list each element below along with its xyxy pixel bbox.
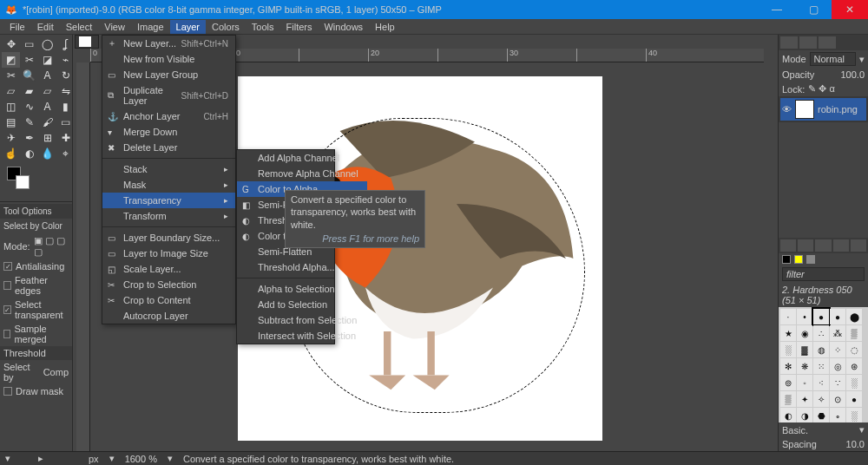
foreground-tool-icon[interactable]: ◪ bbox=[38, 52, 56, 68]
menu-filters[interactable]: Filters bbox=[280, 20, 319, 34]
menu-item[interactable]: Remove Alpha Channel bbox=[237, 166, 367, 181]
bycolor-tool-icon[interactable]: ◩ bbox=[2, 52, 20, 68]
menu-item[interactable]: Intersect with Selection bbox=[237, 328, 367, 344]
move-tool-icon[interactable]: ✥ bbox=[2, 36, 20, 52]
menu-item[interactable]: Transparency▸ bbox=[102, 193, 235, 208]
lock-icons[interactable]: ✎ ✥ α bbox=[808, 83, 834, 95]
opacity-value[interactable]: 100.0 bbox=[840, 69, 865, 80]
menu-colors[interactable]: Colors bbox=[206, 20, 246, 34]
dock-tabs-mid[interactable] bbox=[779, 238, 868, 253]
menu-view[interactable]: View bbox=[98, 20, 131, 34]
menu-item[interactable]: ✂Crop to Content bbox=[102, 292, 235, 308]
menu-item[interactable]: New from Visible bbox=[102, 51, 235, 67]
menu-item[interactable]: Mask▸ bbox=[102, 177, 235, 193]
brush-tool-icon[interactable]: 🖌 bbox=[38, 115, 56, 130]
unit-select[interactable]: px bbox=[89, 454, 99, 464]
cage-tool-icon[interactable]: ◫ bbox=[2, 99, 20, 115]
menu-edit[interactable]: Edit bbox=[31, 20, 60, 34]
airbrush-tool-icon[interactable]: ✈ bbox=[2, 130, 20, 146]
minimize-button[interactable]: — bbox=[759, 0, 795, 19]
brush-preset-label[interactable]: Basic. bbox=[782, 425, 808, 436]
layer-menu[interactable]: ＋New Layer...Shift+Ctrl+NNew from Visibl… bbox=[102, 35, 236, 324]
merged-row[interactable]: Sample merged bbox=[0, 322, 72, 346]
drawmask-row[interactable]: Draw mask bbox=[0, 384, 72, 398]
eye-icon[interactable]: 👁 bbox=[782, 104, 792, 115]
heal-tool-icon[interactable]: ✚ bbox=[56, 130, 75, 146]
menu-image[interactable]: Image bbox=[131, 20, 170, 34]
image-tab[interactable] bbox=[75, 35, 99, 49]
menu-tools[interactable]: Tools bbox=[246, 20, 280, 34]
pencil-tool-icon[interactable]: ✎ bbox=[20, 115, 38, 130]
menu-item[interactable]: ▭New Layer Group bbox=[102, 67, 235, 82]
menu-item[interactable]: Stack▸ bbox=[102, 161, 235, 177]
rect-select-tool-icon[interactable]: ▭ bbox=[20, 36, 38, 52]
lasso-tool-icon[interactable]: ʆ bbox=[56, 36, 75, 52]
menu-item[interactable]: ✖Delete Layer bbox=[102, 140, 235, 155]
status-caret-icon[interactable]: ▾ bbox=[5, 453, 10, 464]
mode-select[interactable]: Normal bbox=[810, 52, 856, 66]
gradient-tool-icon[interactable]: ▤ bbox=[2, 115, 20, 130]
antialiasing-row[interactable]: ✓Antialiasing bbox=[0, 259, 72, 273]
right-dock: ModeNormal▾ Opacity100.0 Lock:✎ ✥ α 👁 ro… bbox=[778, 35, 868, 451]
crop-tool-icon[interactable]: ✂ bbox=[2, 68, 20, 83]
menu-item[interactable]: Add to Selection bbox=[237, 297, 367, 312]
flip-tool-icon[interactable]: ⇋ bbox=[56, 83, 75, 99]
eraser-tool-icon[interactable]: ▭ bbox=[56, 115, 75, 130]
color-picker-icon[interactable]: ⌖ bbox=[56, 146, 75, 161]
menu-help[interactable]: Help bbox=[369, 20, 401, 34]
perspective-tool-icon[interactable]: ▱ bbox=[38, 83, 56, 99]
spacing-value[interactable]: 10.0 bbox=[846, 439, 865, 449]
maximize-button[interactable]: ▢ bbox=[795, 0, 832, 19]
menu-item[interactable]: Subtract from Selection bbox=[237, 312, 367, 328]
menu-item[interactable]: ▭Layer to Image Size bbox=[102, 246, 235, 261]
chevron-down-icon[interactable]: ▾ bbox=[859, 54, 865, 65]
shear-tool-icon[interactable]: ▰ bbox=[20, 83, 38, 99]
menu-select[interactable]: Select bbox=[60, 20, 99, 34]
scissors-tool-icon[interactable]: ✂ bbox=[20, 52, 38, 68]
fg-bg-swatches[interactable] bbox=[3, 167, 69, 196]
menu-item[interactable]: ▭Layer Boundary Size... bbox=[102, 230, 235, 246]
rotate-tool-icon[interactable]: ↻ bbox=[56, 68, 75, 83]
warp-tool-icon[interactable]: ∿ bbox=[20, 99, 38, 115]
threshold-row[interactable]: Threshold bbox=[0, 346, 72, 360]
menu-item[interactable]: Autocrop Layer bbox=[102, 308, 235, 324]
smudge-tool-icon[interactable]: ☝ bbox=[2, 146, 20, 161]
bg-swatch[interactable] bbox=[16, 175, 30, 189]
menu-item[interactable]: ⧉Duplicate LayerShift+Ctrl+D bbox=[102, 82, 235, 108]
menu-windows[interactable]: Windows bbox=[318, 20, 369, 34]
status-chevron-icon[interactable]: ▸ bbox=[38, 453, 43, 464]
bucket-tool-icon[interactable]: ▮ bbox=[56, 99, 75, 115]
feather-row[interactable]: Feather edges bbox=[0, 273, 72, 298]
close-button[interactable]: ✕ bbox=[832, 0, 868, 19]
color-swatches[interactable] bbox=[779, 253, 868, 265]
transparent-row[interactable]: ✓Select transparent bbox=[0, 298, 72, 322]
text-tool-icon[interactable]: A bbox=[38, 99, 56, 115]
dock-tabs-top[interactable] bbox=[779, 35, 868, 50]
zoom-tool-icon[interactable]: 🔍 bbox=[20, 68, 38, 83]
ellipse-select-tool-icon[interactable]: ◯ bbox=[38, 36, 56, 52]
scale-tool-icon[interactable]: ▱ bbox=[2, 83, 20, 99]
path-tool-icon[interactable]: ⌁ bbox=[56, 52, 75, 68]
dodge-tool-icon[interactable]: ◐ bbox=[20, 146, 38, 161]
menu-item[interactable]: ✂Crop to Selection bbox=[102, 277, 235, 292]
clone-tool-icon[interactable]: ⊞ bbox=[38, 130, 56, 146]
menu-item[interactable]: Transform▸ bbox=[102, 208, 235, 224]
menu-item[interactable]: Threshold Alpha... bbox=[237, 259, 367, 275]
menu-file[interactable]: File bbox=[3, 20, 31, 34]
menu-item[interactable]: Alpha to Selection bbox=[237, 281, 367, 297]
zoom-select[interactable]: 1600 % bbox=[125, 454, 157, 464]
filter-input[interactable]: filter bbox=[782, 267, 865, 281]
chevron-down-icon[interactable]: ▾ bbox=[168, 453, 173, 464]
selectby-row[interactable]: Select byComp bbox=[0, 360, 72, 384]
menu-item[interactable]: ◱Scale Layer... bbox=[102, 261, 235, 277]
mode-buttons[interactable]: ▣ ▢ ▢ ▢ bbox=[34, 235, 69, 258]
layer-row[interactable]: 👁 robin.png bbox=[780, 98, 866, 121]
menu-layer[interactable]: Layer bbox=[170, 20, 207, 34]
brush-grid[interactable]: ·•●●⬤ ★◉∴⁂▒ ░▓◍⁘◌ ✻❋⁙◎⊛ ⊚◦⁖∵░ ▒✦✧⊙● ◐◑⬣∘… bbox=[779, 307, 868, 422]
chevron-down-icon[interactable]: ▾ bbox=[109, 453, 115, 464]
measure-tool-icon[interactable]: A bbox=[38, 68, 56, 83]
menu-item[interactable]: ＋New Layer...Shift+Ctrl+N bbox=[102, 36, 235, 51]
chevron-down-icon[interactable]: ▾ bbox=[859, 424, 865, 436]
blur-tool-icon[interactable]: 💧 bbox=[38, 146, 56, 161]
ink-tool-icon[interactable]: ✒ bbox=[20, 130, 38, 146]
